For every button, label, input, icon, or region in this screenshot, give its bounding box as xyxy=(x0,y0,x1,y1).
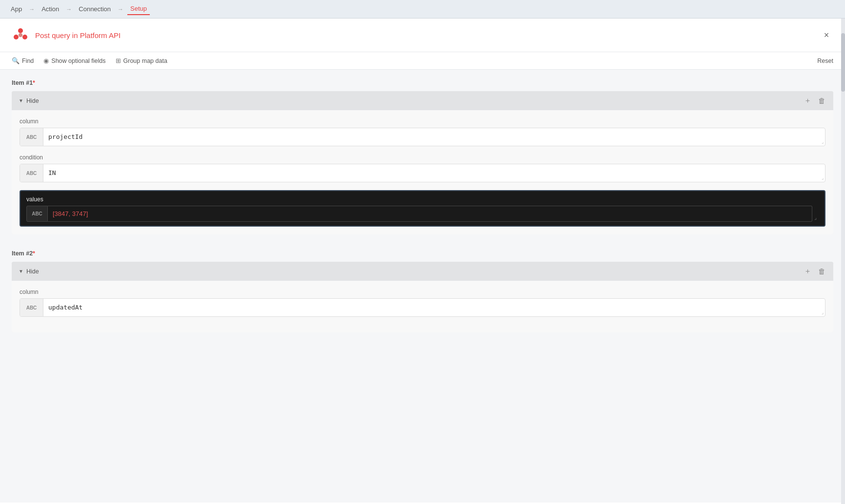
item-1-values-input[interactable] xyxy=(48,206,812,222)
item-1-condition-type-badge: ABC xyxy=(20,164,43,182)
item-2-label: Item #2* xyxy=(12,250,833,257)
item-2-hide-header[interactable]: ▼ Hide ＋ 🗑 xyxy=(12,262,833,281)
find-label: Find xyxy=(22,58,34,64)
close-button[interactable]: × xyxy=(820,28,833,42)
item-1-hide-content: column ABC projectId ⌟ condition xyxy=(12,110,833,234)
top-navigation: App → Action → Connection → Setup xyxy=(0,0,845,19)
item-2-column-input[interactable]: updatedAt xyxy=(43,299,819,316)
reset-button[interactable]: Reset xyxy=(817,58,833,64)
modal-title-link[interactable]: Platform API xyxy=(80,31,121,39)
grid-icon: ⊞ xyxy=(116,57,121,64)
item-1-condition-input[interactable]: IN xyxy=(43,164,819,182)
modal-title-text: Post query in xyxy=(35,31,80,39)
nav-item-app[interactable]: App xyxy=(8,3,25,15)
item-1-values-label: values xyxy=(20,191,825,206)
item-1-values-type-badge: ABC xyxy=(26,206,48,222)
item-1-hide-block: ▼ Hide ＋ 🗑 column ABC proj xyxy=(12,91,833,234)
nav-arrow-3: → xyxy=(118,6,123,13)
svg-point-2 xyxy=(22,35,27,39)
item-1-hide-label: Hide xyxy=(26,97,39,104)
item-2-column-resize-handle: ⌟ xyxy=(819,299,825,316)
item-1-title: Item #1 xyxy=(12,79,33,86)
modal-title: Post query in Platform API xyxy=(35,31,121,39)
item-2-column-type-badge: ABC xyxy=(20,299,43,316)
item-2-hide-block: ▼ Hide ＋ 🗑 column ABC upda xyxy=(12,262,833,332)
toolbar-left: 🔍 Find ◉ Show optional fields ⊞ Group ma… xyxy=(12,57,167,64)
nav-item-setup[interactable]: Setup xyxy=(127,3,150,15)
item-2-hide-header-left: ▼ Hide xyxy=(19,268,39,275)
item-1-column-input[interactable]: projectId xyxy=(43,128,819,146)
item-1-values-resize-icon: ⌟ xyxy=(812,213,819,222)
svg-point-3 xyxy=(19,33,22,37)
item-1-add-button[interactable]: ＋ xyxy=(803,95,812,106)
item-1-hide-header-right: ＋ 🗑 xyxy=(803,95,826,106)
svg-point-0 xyxy=(18,28,23,33)
item-1-hide-header[interactable]: ▼ Hide ＋ 🗑 xyxy=(12,91,833,110)
item-1-section: Item #1* ▼ Hide ＋ 🗑 xyxy=(12,79,833,234)
item-2-column-label: column xyxy=(20,289,825,295)
main-content: Item #1* ▼ Hide ＋ 🗑 xyxy=(0,70,845,503)
item-1-chevron-icon: ▼ xyxy=(19,98,23,103)
item-1-column-input-row: ABC projectId ⌟ xyxy=(20,128,825,146)
scrollbar[interactable] xyxy=(841,19,845,504)
item-2-required: * xyxy=(33,250,35,257)
nav-arrow-2: → xyxy=(66,6,72,13)
item-1-condition-input-row: ABC IN ⌟ xyxy=(20,164,825,182)
modal-overlay: Post query in Platform API × 🔍 Find ◉ Sh… xyxy=(0,19,845,504)
item-2-section: Item #2* ▼ Hide ＋ 🗑 xyxy=(12,250,833,332)
item-2-delete-button[interactable]: 🗑 xyxy=(817,266,826,276)
item-2-title: Item #2 xyxy=(12,250,33,257)
group-map-label: Group map data xyxy=(123,58,167,64)
item-2-column-input-row: ABC updatedAt ⌟ xyxy=(20,298,825,317)
modal-title-area: Post query in Platform API xyxy=(12,26,121,44)
item-1-hide-header-left: ▼ Hide xyxy=(19,97,39,104)
item-2-chevron-icon: ▼ xyxy=(19,269,23,274)
resize-icon-2: ⌟ xyxy=(822,175,824,180)
item-2-hide-header-right: ＋ 🗑 xyxy=(803,266,826,277)
modal-header: Post query in Platform API × xyxy=(0,19,845,52)
toolbar: 🔍 Find ◉ Show optional fields ⊞ Group ma… xyxy=(0,52,845,70)
find-icon: 🔍 xyxy=(12,57,20,64)
item-1-condition-label: condition xyxy=(20,154,825,161)
nav-arrow-1: → xyxy=(29,6,35,13)
item-1-column-type-badge: ABC xyxy=(20,128,43,146)
logo-icon xyxy=(12,26,29,44)
item-1-condition-field: condition ABC IN ⌟ xyxy=(20,154,825,182)
item-1-values-section: values ABC ⌟ xyxy=(20,190,825,227)
show-optional-label: Show optional fields xyxy=(51,58,105,64)
item-1-condition-resize-handle: ⌟ xyxy=(819,164,825,182)
item-1-column-label: column xyxy=(20,118,825,125)
item-2-column-field: column ABC updatedAt ⌟ xyxy=(20,289,825,317)
item-1-delete-button[interactable]: 🗑 xyxy=(817,96,826,106)
item-2-add-button[interactable]: ＋ xyxy=(803,266,812,277)
item-2-hide-label: Hide xyxy=(26,268,39,275)
group-map-data-button[interactable]: ⊞ Group map data xyxy=(116,57,167,64)
item-2-hide-content: column ABC updatedAt ⌟ xyxy=(12,281,833,332)
find-button[interactable]: 🔍 Find xyxy=(12,57,34,64)
resize-icon: ⌟ xyxy=(822,139,824,144)
item-1-values-input-row: ABC ⌟ xyxy=(20,206,825,226)
svg-point-1 xyxy=(14,35,19,39)
item-1-required: * xyxy=(33,79,35,86)
resize-icon-3: ⌟ xyxy=(822,310,824,315)
item-1-column-resize-handle: ⌟ xyxy=(819,128,825,146)
scrollbar-thumb[interactable] xyxy=(841,33,845,92)
item-1-label: Item #1* xyxy=(12,79,833,86)
nav-item-connection[interactable]: Connection xyxy=(76,3,114,15)
show-optional-fields-button[interactable]: ◉ Show optional fields xyxy=(43,57,105,64)
nav-item-action[interactable]: Action xyxy=(39,3,62,15)
eye-icon: ◉ xyxy=(43,57,49,64)
item-1-column-field: column ABC projectId ⌟ xyxy=(20,118,825,146)
